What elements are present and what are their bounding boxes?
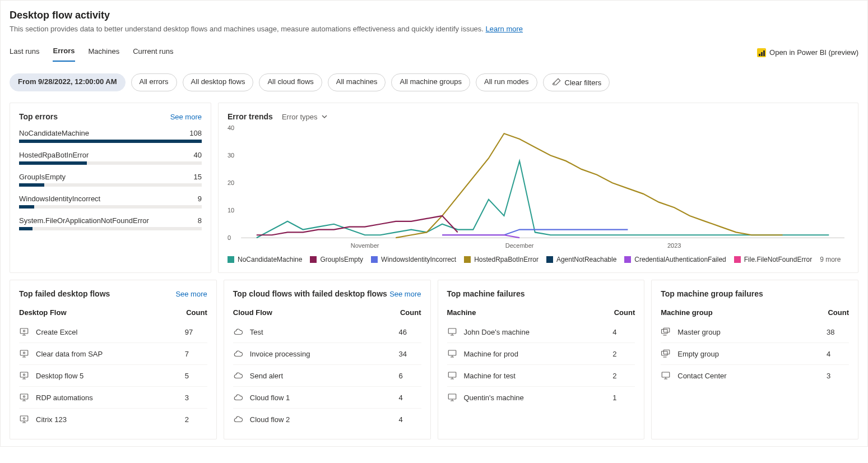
filter-date-pill[interactable]: From 9/28/2022, 12:00:00 AM [10,73,126,91]
top-error-item[interactable]: System.FileOrApplicationNotFoundError8 [19,216,202,230]
row-label: Master group [677,328,820,336]
filter-pill[interactable]: All run modes [476,73,537,91]
see-more-link[interactable]: See more [175,290,207,298]
row-label: Cloud flow 1 [250,393,392,402]
eraser-icon [551,77,561,87]
svg-rect-18 [664,350,670,354]
learn-more-link[interactable]: Learn more [486,25,523,33]
row-label: Send alert [250,372,392,380]
table-row[interactable]: John Doe's machine 4 [447,321,635,343]
table-row[interactable]: Quentin's machine 1 [447,387,635,408]
legend-item[interactable]: AgentNotReachable [546,256,616,263]
machine-icon [447,392,457,402]
error-label: GroupIsEmpty [19,173,66,181]
row-label: Create Excel [36,328,178,336]
legend-item[interactable]: GroupIsEmpty [310,256,363,263]
tab-machines[interactable]: Machines [89,44,120,61]
tab-current-runs[interactable]: Current runs [133,44,173,61]
desktop-flow-icon [19,371,29,381]
row-count: 2 [185,415,207,424]
top-errors-see-more[interactable]: See more [170,113,202,121]
open-power-bi-button[interactable]: Open in Power BI (preview) [757,48,858,57]
table-title: Top failed desktop flows [19,289,110,298]
table-card: Top machine failures MachineCount John D… [438,280,645,439]
x-tick: 2023 [667,242,681,249]
clear-filters-button[interactable]: Clear filters [543,73,610,91]
bar-track [19,205,202,209]
table-row[interactable]: Machine for prod 2 [447,343,635,365]
row-count: 1 [612,393,635,402]
table-row[interactable]: Empty group 4 [661,343,849,365]
tab-last-runs[interactable]: Last runs [10,44,39,61]
legend-item[interactable]: NoCandidateMachine [228,256,302,263]
row-count: 5 [185,372,207,380]
table-header: Machine groupCount [661,304,849,321]
legend-label: WindowsIdentityIncorrect [381,256,456,263]
row-count: 2 [612,372,635,380]
filter-pill[interactable]: All desktop flows [183,73,254,91]
row-count: 38 [827,328,849,336]
table-row[interactable]: Clear data from SAP 7 [19,343,207,365]
table-row[interactable]: Contact Center 3 [661,365,849,386]
svg-rect-5 [20,372,28,377]
legend-item[interactable]: CredentialAuthenticationFailed [624,256,726,263]
top-errors-title: Top errors [19,112,58,121]
error-types-dropdown[interactable]: Error types [282,113,328,121]
row-label: Test [250,328,392,336]
table-title: Top cloud flows with failed desktop flow… [233,289,387,298]
row-label: Citrix 123 [36,415,178,424]
table-card: Top cloud flows with failed desktop flow… [224,280,431,439]
see-more-link[interactable]: See more [389,290,421,298]
top-error-item[interactable]: WindowsIdentityIncorrect9 [19,195,202,209]
filter-pill[interactable]: All cloud flows [259,73,322,91]
svg-rect-11 [448,328,456,334]
top-error-item[interactable]: HostedRpaBotInError40 [19,151,202,165]
y-tick: 40 [228,124,234,131]
filter-pill[interactable]: All errors [131,73,177,91]
row-count: 2 [612,350,635,358]
table-row[interactable]: Master group 38 [661,321,849,343]
cloud-flow-icon [233,349,243,359]
svg-rect-16 [664,328,670,332]
legend-label: AgentNotReachable [556,256,616,263]
dropdown-label: Error types [282,113,318,121]
filter-pill[interactable]: All machine groups [391,73,470,91]
svg-rect-12 [448,350,456,355]
table-row[interactable]: Create Excel 97 [19,321,207,343]
table-row[interactable]: Invoice processing 34 [233,343,421,365]
top-error-item[interactable]: GroupIsEmpty15 [19,173,202,187]
row-count: 46 [399,328,421,336]
legend-item[interactable]: WindowsIdentityIncorrect [371,256,456,263]
top-error-item[interactable]: NoCandidateMachine108 [19,129,202,143]
legend-more[interactable]: 9 more [820,256,841,263]
legend-item[interactable]: File.FileNotFoundError [734,256,812,263]
filter-pill[interactable]: All machines [328,73,386,91]
table-row[interactable]: Test 46 [233,321,421,343]
row-label: RDP automations [36,393,178,402]
power-bi-icon [757,48,766,57]
svg-rect-19 [662,372,670,377]
tab-errors[interactable]: Errors [53,43,75,62]
error-count: 8 [198,216,202,225]
table-row[interactable]: Send alert 6 [233,365,421,387]
table-row[interactable]: Citrix 123 2 [19,409,207,430]
table-row[interactable]: Machine for test 2 [447,365,635,387]
svg-rect-7 [20,394,28,399]
table-row[interactable]: Desktop flow 5 5 [19,365,207,387]
desktop-flow-icon [19,327,29,337]
table-row[interactable]: RDP automations 3 [19,387,207,409]
row-count: 34 [399,350,421,358]
y-tick: 0 [228,234,231,241]
legend-item[interactable]: HostedRpaBotInError [464,256,539,263]
table-row[interactable]: Cloud flow 2 4 [233,409,421,430]
svg-point-10 [24,418,25,419]
cloud-flow-icon [233,392,243,402]
error-label: HostedRpaBotInError [19,151,89,159]
table-row[interactable]: Cloud flow 1 4 [233,387,421,409]
tabs: Last runsErrorsMachinesCurrent runs Open… [10,39,858,62]
bar-track [19,161,202,165]
y-tick: 10 [228,207,234,214]
error-trends-chart: 010203040NovemberDecember2023 [228,126,849,249]
machine-group-icon [661,327,671,337]
svg-point-4 [24,352,25,354]
